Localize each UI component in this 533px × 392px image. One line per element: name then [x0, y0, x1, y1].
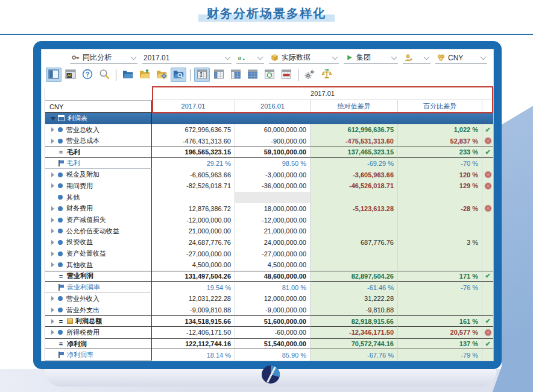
- subtotal-equals-icon: =: [58, 273, 64, 280]
- subtotal-equals-icon: =: [58, 148, 64, 156]
- table-redrow-button[interactable]: [279, 68, 294, 82]
- row-label: 营业总成本: [66, 136, 99, 145]
- cell-status: [482, 349, 493, 361]
- table-row[interactable]: 税金及附加-6,605,963.66-3,000,000.00-3,605,96…: [45, 169, 493, 180]
- table-allblue-button[interactable]: [245, 68, 260, 82]
- ratio-flag-icon: [58, 284, 64, 291]
- expand-caret-icon[interactable]: [51, 127, 54, 132]
- dropdown-currency[interactable]: CNY: [435, 52, 487, 64]
- table-row[interactable]: 营业外支出-9,009,810.88-9,000,000.00-9,810.88: [45, 305, 493, 316]
- status-alert-icon: [485, 206, 491, 211]
- table-refresh-button[interactable]: [262, 68, 277, 82]
- cell-prior: -36,000,000.00: [235, 180, 311, 192]
- dropdown-label: CNY: [448, 54, 476, 62]
- table-row[interactable]: 营业利润率19.54 %81.00 %-61.46 %-76 %: [45, 282, 493, 293]
- expand-caret-icon[interactable]: [51, 172, 54, 177]
- row-label: 营业利润率: [67, 283, 100, 292]
- print-button[interactable]: [47, 51, 65, 65]
- folder-upload-button[interactable]: [137, 68, 153, 82]
- column-header-1[interactable]: 2017.01: [152, 100, 235, 113]
- cell-abs-diff: 70,572,744.16: [311, 338, 398, 350]
- dropdown-analysis-mode[interactable]: 同比分析: [70, 52, 137, 64]
- table-row[interactable]: 所得税费用-12,406,171.50-60,000.00-12,346,171…: [45, 327, 493, 338]
- table-row[interactable]: 利润表: [45, 113, 493, 124]
- cell-status: [482, 226, 493, 237]
- status-check-icon: ✔: [485, 273, 490, 279]
- search-button[interactable]: [96, 68, 112, 82]
- table-row[interactable]: 营业总收入672,996,636.7560,000,000.00612,996,…: [45, 124, 493, 136]
- expand-caret-icon[interactable]: [51, 296, 54, 301]
- folder-settings-button[interactable]: [154, 68, 169, 82]
- folder-open-button[interactable]: [120, 68, 136, 82]
- chevron-down-icon: [424, 54, 430, 60]
- expand-caret-icon[interactable]: [51, 262, 54, 267]
- cell-current: 12,031,222.28: [152, 293, 235, 305]
- dropdown-user[interactable]: [403, 52, 430, 64]
- table-row[interactable]: 净利润率18.14 %85.90 %-67.76 %-79 %: [45, 349, 493, 361]
- column-header-4[interactable]: 百分比差异: [398, 100, 482, 113]
- account-dot-icon: [58, 229, 63, 233]
- table-row[interactable]: 资产处置收益-27,000,000.00-27,000,000.00: [45, 248, 493, 259]
- balance-icon: [321, 68, 333, 82]
- cell-pct-diff: -70 %: [398, 158, 482, 169]
- table-row[interactable]: 投资收益24,687,776.7624,000,000.00687,776.76…: [45, 237, 493, 248]
- expand-caret-icon[interactable]: [51, 206, 54, 211]
- cell-current: -27,000,000.00: [152, 248, 235, 259]
- table-row[interactable]: 其他收益4,500,000.004,500,000.00: [45, 259, 493, 271]
- layout-chart-button[interactable]: [63, 68, 78, 82]
- table-row[interactable]: 其他: [45, 192, 493, 203]
- account-dot-icon: [58, 206, 63, 211]
- folder-settings-icon: [156, 68, 168, 82]
- table-row[interactable]: 期间费用-82,526,018.71-36,000,000.00-46,526,…: [45, 180, 493, 192]
- help-button[interactable]: ?: [80, 68, 95, 82]
- table-row[interactable]: 资产减值损失-12,000,000.00-12,000,000.00: [45, 214, 493, 226]
- collapse-caret-icon[interactable]: [51, 117, 55, 121]
- expand-caret-icon[interactable]: [51, 330, 54, 335]
- expand-caret-icon[interactable]: [51, 319, 54, 324]
- cell-status: [482, 282, 493, 293]
- table-row[interactable]: 公允价值变动收益21,000,000.0021,000,000.00: [45, 226, 493, 237]
- account-dot-icon: [58, 218, 63, 223]
- cell-current: [152, 192, 235, 203]
- cell-abs-diff: 31,222.28: [311, 293, 398, 305]
- table-firstcol-icon: [213, 68, 225, 82]
- table-row[interactable]: 毛利29.21 %98.50 %-69.29 %-70 %: [45, 158, 493, 169]
- expand-caret-icon[interactable]: [51, 229, 54, 233]
- row-label: 净利润: [67, 340, 87, 349]
- svg-text:?: ?: [86, 71, 90, 78]
- table-row[interactable]: 营业外收入12,031,222.2812,000,000.0031,222.28: [45, 293, 493, 305]
- table-rightgrid-button[interactable]: [228, 68, 244, 82]
- table-row[interactable]: =毛利196,565,323.1559,100,000.00137,465,32…: [45, 147, 493, 158]
- dropdown-function[interactable]: a: [236, 52, 264, 64]
- table-cursor-button[interactable]: [194, 68, 210, 82]
- layout-panel-button[interactable]: [46, 68, 62, 82]
- expand-caret-icon[interactable]: [51, 139, 54, 144]
- expand-caret-icon[interactable]: [51, 308, 54, 312]
- table-row[interactable]: =净利润122,112,744.1651,540,000.0070,572,74…: [45, 338, 493, 350]
- expand-caret-icon[interactable]: [51, 251, 54, 256]
- dropdown-data-version[interactable]: 实际数据: [269, 52, 339, 64]
- expand-caret-icon[interactable]: [51, 183, 54, 188]
- toolbar-icons: ?: [45, 66, 494, 83]
- cell-prior: 24,000,000.00: [235, 237, 311, 248]
- ratio-flag-icon: [58, 160, 64, 166]
- column-header-3[interactable]: 绝对值差异: [311, 100, 398, 113]
- gears-button[interactable]: [302, 68, 318, 82]
- table-firstcol-button[interactable]: [211, 68, 227, 82]
- dropdown-period[interactable]: 2017.01: [142, 52, 232, 64]
- column-header-2[interactable]: 2016.01: [235, 100, 311, 113]
- table-row[interactable]: 财务费用12,876,386.7218,000,000.00-5,123,613…: [45, 203, 493, 215]
- expand-caret-icon[interactable]: [51, 218, 54, 223]
- expand-caret-icon[interactable]: [51, 240, 54, 245]
- table-row[interactable]: =营业利润131,497,504.2648,600,000.0082,897,5…: [45, 271, 493, 282]
- function-icon: a: [238, 53, 247, 62]
- table-row[interactable]: =利润总额134,518,915.6651,600,000.0082,918,9…: [45, 315, 493, 327]
- table-row[interactable]: 营业总成本-476,431,313.60-900,000.00-475,531,…: [45, 135, 493, 147]
- cell-pct-diff: 161 %: [398, 315, 482, 327]
- dropdown-org-unit[interactable]: 集团: [344, 52, 398, 64]
- folder-search-button[interactable]: [171, 68, 186, 82]
- cell-current: 18.14 %: [152, 349, 235, 361]
- dropdown-label: 集团: [356, 52, 387, 63]
- balance-button[interactable]: [319, 68, 335, 82]
- corner-label: CNY: [45, 100, 152, 113]
